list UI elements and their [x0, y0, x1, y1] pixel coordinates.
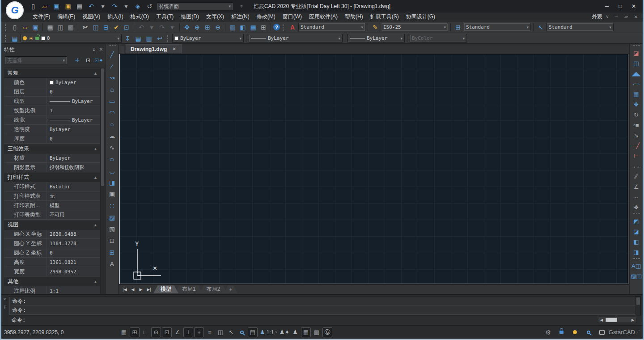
array-icon[interactable]: ▦ [631, 89, 642, 99]
dim-style-dropdown[interactable]: ISO-25▾ [381, 23, 448, 31]
find-icon[interactable] [585, 328, 593, 337]
menu-item-13[interactable]: 扩展工具(S) [367, 12, 402, 21]
make-object-layer-current-icon[interactable]: ↧ [123, 34, 132, 43]
selection-dropdown[interactable]: 无选择 ▾ [5, 56, 67, 65]
quick-select-icon[interactable]: ✛ [72, 56, 82, 65]
lineweight-dropdown[interactable]: ByLayer▾ [347, 34, 405, 42]
undo-list-dim-icon[interactable]: ▾ [147, 23, 157, 32]
redo-icon[interactable]: ↷ [110, 2, 119, 11]
properties-palette-icon[interactable]: ▥ [228, 23, 237, 32]
make-block-icon[interactable]: ▣ [107, 188, 118, 200]
mtext-icon[interactable]: A [107, 258, 118, 270]
plot-icon[interactable]: ▤ [45, 23, 55, 32]
ucs-toggle-toggle[interactable]: Ⓖ [322, 327, 332, 337]
dim-style-icon[interactable]: ✎ [370, 23, 380, 32]
collapse-icon[interactable]: ▲ [93, 223, 97, 227]
pan-icon[interactable]: ✥ [182, 23, 192, 32]
property-value[interactable]: ByLayer [47, 153, 100, 162]
break-at-point-icon[interactable]: →← [631, 161, 642, 171]
property-value[interactable]: 0 [47, 248, 100, 257]
property-value[interactable]: 无 [47, 191, 100, 200]
circle-icon[interactable]: ○ [107, 119, 118, 130]
toolbar-overflow-icon[interactable]: ▿ [237, 2, 246, 11]
ortho-mode-toggle[interactable]: ∟ [140, 327, 150, 337]
property-value[interactable]: 0 [47, 87, 100, 96]
hatch-icon[interactable]: ▨ [107, 212, 118, 223]
menu-item-7[interactable]: 文字(X) [203, 12, 228, 21]
text-to-front-icon[interactable]: A◫ [631, 261, 642, 271]
menu-item-12[interactable]: 帮助(H) [341, 12, 367, 21]
resize-grip[interactable]: ⋰ [635, 329, 640, 335]
property-value[interactable]: 模型 [47, 201, 100, 210]
property-value[interactable]: 2998.0952 [47, 267, 100, 276]
section-header-1[interactable]: 三维效果▲ [4, 144, 100, 153]
section-header-4[interactable]: 其他▲ [4, 277, 100, 286]
mirror-icon[interactable]: ◢◣ [631, 68, 642, 79]
erase-icon[interactable]: ◪ [631, 48, 642, 58]
toolbar-grip[interactable] [633, 45, 640, 47]
property-value[interactable]: 投射和接收阴影 [47, 163, 100, 172]
new-layout-tab[interactable]: + [224, 285, 237, 293]
point-icon[interactable]: ∷ [107, 200, 118, 212]
quick-calc-icon[interactable]: ⊞ [258, 23, 268, 32]
prev-tab-icon[interactable]: ◀ [129, 286, 136, 293]
region-icon[interactable]: ⊡ [107, 235, 118, 246]
toolbar-grip[interactable] [167, 35, 169, 42]
grid-display-toggle[interactable]: ⊞ [130, 327, 140, 337]
property-value[interactable]: 1184.3778 [47, 239, 100, 248]
new-file-icon[interactable]: ▯ [10, 23, 20, 32]
explode-icon[interactable]: ❖ [631, 202, 642, 212]
workspace-sync-icon[interactable]: ↺ [144, 2, 154, 11]
layer-states-icon[interactable]: ▤ [133, 34, 143, 43]
object-snap-toggle[interactable]: ⊡ [162, 327, 172, 337]
settings-icon[interactable]: ⚙ [544, 328, 552, 337]
help-icon[interactable]: ? [273, 24, 280, 30]
copy-clip-icon[interactable]: ◫ [91, 23, 101, 32]
zoom-previous-icon[interactable]: ⊖ [213, 23, 223, 32]
undo-icon[interactable]: ↶ [86, 2, 96, 11]
gradient-icon[interactable]: ▧ [107, 223, 118, 235]
mleader-style-icon[interactable]: ↖ [536, 23, 546, 32]
chamfer-icon[interactable]: ∠ [631, 182, 642, 192]
first-tab-icon[interactable]: |◀ [121, 286, 128, 293]
toolbar-grip[interactable] [5, 24, 7, 31]
last-tab-icon[interactable]: ▶| [145, 286, 153, 293]
drawing-canvas[interactable]: Y ✕ [119, 54, 628, 284]
properties-scrollbar[interactable] [100, 68, 105, 294]
property-value[interactable]: 1:1 [47, 286, 100, 294]
property-value[interactable]: ByLayer [47, 78, 100, 87]
new-icon[interactable]: ▯ [28, 2, 38, 11]
menu-item-1[interactable]: 编辑(E) [54, 12, 79, 21]
pin-icon[interactable]: ↧ [2, 305, 8, 310]
minimize-icon[interactable]: ─ [602, 2, 612, 11]
table-style-icon[interactable]: ⊞ [453, 23, 463, 32]
undo-list-icon[interactable]: ▾ [98, 2, 108, 11]
trim-icon[interactable]: –╱ [631, 140, 642, 151]
close-icon[interactable]: ✕ [171, 47, 177, 52]
snap-mode-toggle[interactable]: ▦ [119, 327, 129, 337]
bulb-icon[interactable] [571, 328, 579, 337]
hatch-background-toggle[interactable]: ▦ [301, 327, 311, 337]
property-value[interactable]: ByLayer [47, 115, 100, 124]
line-icon[interactable]: ╱ [107, 49, 118, 60]
text-style-dropdown[interactable]: Standard▾ [298, 23, 365, 31]
ellipse-icon[interactable]: ○ [107, 153, 118, 165]
property-value[interactable]: 2630.0488 [47, 230, 100, 238]
layer-previous-icon[interactable]: ↩ [155, 34, 165, 43]
match-properties-icon[interactable]: ✔ [111, 23, 121, 32]
close-icon[interactable]: ✕ [97, 47, 105, 53]
scroll-left-icon[interactable]: ◀ [598, 318, 605, 322]
menu-item-4[interactable]: 格式(O) [127, 12, 153, 21]
doc-close-icon[interactable]: ✕ [632, 13, 640, 21]
toolbar-grip[interactable] [283, 24, 285, 31]
auto-annotation-toggle[interactable]: ♟✦ [280, 327, 289, 337]
bring-to-front-icon[interactable]: ◩ [631, 216, 642, 226]
plot-icon[interactable]: ▤ [75, 2, 85, 11]
menu-item-9[interactable]: 修改(M) [253, 12, 279, 21]
section-header-2[interactable]: 打印样式▲ [4, 173, 100, 182]
tool-palettes-icon[interactable]: ▤ [248, 23, 258, 32]
fillet-icon[interactable]: ⌣ [631, 192, 642, 202]
close-icon[interactable]: ✕ [2, 297, 8, 302]
collapse-icon[interactable]: ▲ [93, 71, 97, 76]
property-value[interactable]: ByColor [47, 182, 100, 191]
